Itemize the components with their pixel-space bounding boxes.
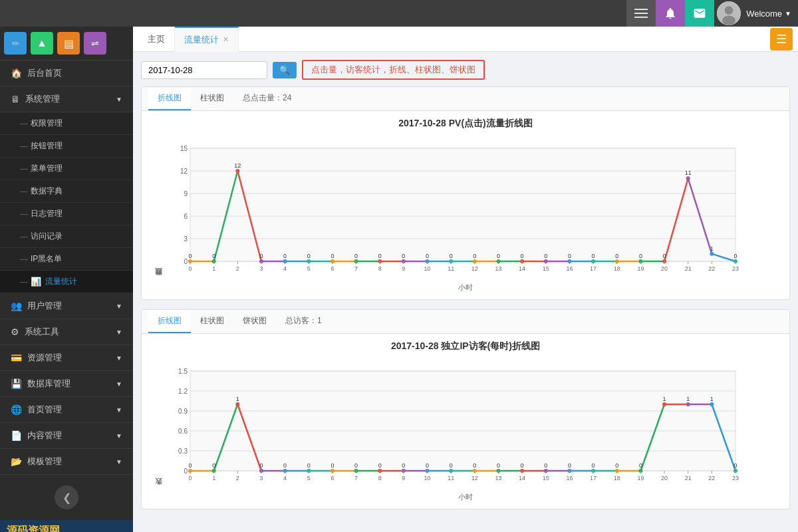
date-input[interactable] bbox=[141, 61, 267, 79]
monitor-icon: 🖥 bbox=[11, 94, 20, 104]
sidebar-item-blacklist[interactable]: IP黑名单 bbox=[0, 248, 133, 271]
chart2-xlabel: 小时 bbox=[151, 492, 780, 502]
mail-icon-btn[interactable] bbox=[685, 0, 714, 27]
tab-close-icon[interactable]: ✕ bbox=[223, 35, 229, 44]
sidebar-item-logs[interactable]: 日志管理 bbox=[0, 203, 133, 225]
svg-point-216 bbox=[686, 402, 690, 406]
share-icon-btn[interactable]: ⇌ bbox=[84, 32, 106, 55]
sidebar-label-tools: 系统工具 bbox=[25, 326, 59, 338]
chevron-icon-resources: ▼ bbox=[116, 354, 122, 362]
folder-icon-btn[interactable]: ▤ bbox=[57, 32, 80, 55]
svg-text:0.3: 0.3 bbox=[178, 448, 188, 455]
sidebar-item-dict[interactable]: 数据字典 bbox=[0, 180, 133, 203]
svg-text:0: 0 bbox=[592, 462, 595, 469]
content-area: 🔍 点击量，访客统计，折线、柱状图、饼状图 折线图 柱状图 总点击量：24 20… bbox=[133, 52, 798, 532]
chevron-icon-tools: ▼ bbox=[116, 329, 122, 336]
svg-point-84 bbox=[686, 176, 690, 180]
chart2-tab-bar[interactable]: 柱状图 bbox=[191, 310, 233, 333]
svg-text:16: 16 bbox=[566, 265, 573, 272]
svg-text:0: 0 bbox=[259, 462, 263, 469]
svg-rect-1 bbox=[634, 13, 648, 14]
sidebar-item-traffic[interactable]: 📊 流量统计 bbox=[0, 271, 133, 293]
svg-text:0: 0 bbox=[568, 253, 571, 259]
chart-icon-btn[interactable]: ▲ bbox=[31, 32, 53, 55]
svg-point-86 bbox=[710, 252, 714, 256]
sidebar-item-content[interactable]: 📄 内容管理 ▼ bbox=[0, 423, 133, 449]
chart1-tabs: 折线图 柱状图 总点击量：24 bbox=[142, 87, 789, 111]
chart1-tab-bar[interactable]: 柱状图 bbox=[191, 87, 233, 110]
sidebar-item-db[interactable]: 💾 数据库管理 ▼ bbox=[0, 371, 133, 397]
svg-text:0: 0 bbox=[473, 462, 476, 469]
tab-traffic[interactable]: 流量统计 ✕ bbox=[175, 27, 239, 52]
svg-text:10: 10 bbox=[424, 475, 431, 481]
chart2-tab-line[interactable]: 折线图 bbox=[148, 310, 191, 333]
sidebar-item-sysmanage[interactable]: 🖥 系统管理 ▼ bbox=[0, 86, 133, 112]
chart1-tab-line[interactable]: 折线图 bbox=[148, 87, 191, 110]
list-icon-btn[interactable] bbox=[626, 0, 656, 27]
svg-text:0: 0 bbox=[378, 462, 382, 469]
home-icon: 🏠 bbox=[11, 68, 22, 78]
sidebar-item-menus[interactable]: 菜单管理 bbox=[0, 158, 133, 180]
chart2-svg: 00.30.60.91.21.5 00100000000000000000111… bbox=[164, 358, 749, 491]
sidebar-item-tools[interactable]: ⚙ 系统工具 ▼ bbox=[0, 319, 133, 345]
svg-text:0: 0 bbox=[212, 253, 215, 259]
svg-point-178 bbox=[235, 402, 239, 406]
chart1-tab-total: 总点击量：24 bbox=[233, 87, 301, 110]
svg-text:17: 17 bbox=[590, 475, 597, 481]
svg-text:1: 1 bbox=[236, 396, 239, 402]
svg-rect-6 bbox=[190, 148, 735, 261]
tab-orange-btn[interactable]: ☰ bbox=[770, 28, 793, 51]
svg-text:0: 0 bbox=[615, 253, 618, 259]
sidebar-item-permissions[interactable]: 权限管理 bbox=[0, 112, 133, 135]
resources-icon: 💳 bbox=[11, 352, 22, 363]
svg-text:0: 0 bbox=[402, 253, 405, 259]
chart2-panel: 折线图 柱状图 饼状图 总访客：1 2017-10-28 独立IP访客(每时)折… bbox=[141, 309, 790, 509]
svg-text:1: 1 bbox=[212, 475, 215, 481]
svg-text:12: 12 bbox=[471, 475, 478, 481]
svg-text:4: 4 bbox=[283, 475, 287, 481]
svg-text:21: 21 bbox=[685, 475, 692, 481]
back-button[interactable]: ❮ bbox=[55, 485, 78, 509]
svg-text:8: 8 bbox=[378, 475, 382, 481]
svg-text:0: 0 bbox=[497, 462, 500, 469]
chart2-tab-total: 总访客：1 bbox=[276, 310, 331, 333]
svg-text:5: 5 bbox=[307, 265, 311, 272]
svg-text:6: 6 bbox=[331, 265, 334, 272]
edit-icon-btn[interactable]: ✏ bbox=[4, 32, 27, 55]
chart2-tab-pie[interactable]: 饼状图 bbox=[233, 310, 276, 333]
sidebar-label-db: 数据库管理 bbox=[27, 378, 70, 390]
search-button[interactable]: 🔍 bbox=[273, 62, 297, 78]
svg-text:12: 12 bbox=[180, 168, 188, 175]
svg-text:13: 13 bbox=[495, 265, 501, 272]
svg-text:0: 0 bbox=[426, 462, 429, 469]
main-area: 主页 流量统计 ✕ ☰ 🔍 点击量，访客统计，折线、柱状图、饼状图 折线图 柱状… bbox=[133, 27, 798, 532]
svg-text:0: 0 bbox=[378, 253, 382, 259]
svg-text:3: 3 bbox=[259, 475, 263, 481]
tab-traffic-label: 流量统计 bbox=[184, 34, 219, 46]
svg-text:0: 0 bbox=[184, 467, 188, 475]
svg-point-214 bbox=[662, 402, 666, 406]
chart1-ylabel: 频度数 bbox=[151, 135, 164, 281]
svg-text:1: 1 bbox=[686, 396, 690, 402]
svg-text:23: 23 bbox=[732, 265, 739, 272]
sidebar-item-buttons[interactable]: 按钮管理 bbox=[0, 135, 133, 158]
tab-home[interactable]: 主页 bbox=[138, 27, 175, 52]
sidebar-item-access[interactable]: 访问记录 bbox=[0, 225, 133, 248]
svg-rect-138 bbox=[190, 371, 735, 471]
svg-text:10: 10 bbox=[424, 265, 431, 272]
avatar bbox=[717, 1, 741, 25]
chevron-icon-template: ▼ bbox=[116, 458, 122, 466]
sidebar-item-template[interactable]: 📂 模板管理 ▼ bbox=[0, 449, 133, 475]
bell-icon-btn[interactable] bbox=[656, 0, 685, 27]
chart1-title: 2017-10-28 PV(点击)流量折线图 bbox=[151, 118, 780, 130]
sidebar-label-content: 内容管理 bbox=[27, 430, 62, 442]
svg-text:0: 0 bbox=[592, 253, 595, 259]
sidebar-item-homepage[interactable]: 🌐 首页管理 ▼ bbox=[0, 397, 133, 423]
sidebar-item-users[interactable]: 👥 用户管理 ▼ bbox=[0, 293, 133, 319]
svg-text:0: 0 bbox=[331, 462, 334, 469]
sidebar-item-home[interactable]: 🏠 后台首页 bbox=[0, 61, 133, 86]
svg-text:6: 6 bbox=[331, 475, 334, 481]
svg-text:11: 11 bbox=[448, 475, 454, 481]
sidebar-label-homepage: 首页管理 bbox=[27, 404, 62, 416]
sidebar-item-resources[interactable]: 💳 资源管理 ▼ bbox=[0, 345, 133, 371]
